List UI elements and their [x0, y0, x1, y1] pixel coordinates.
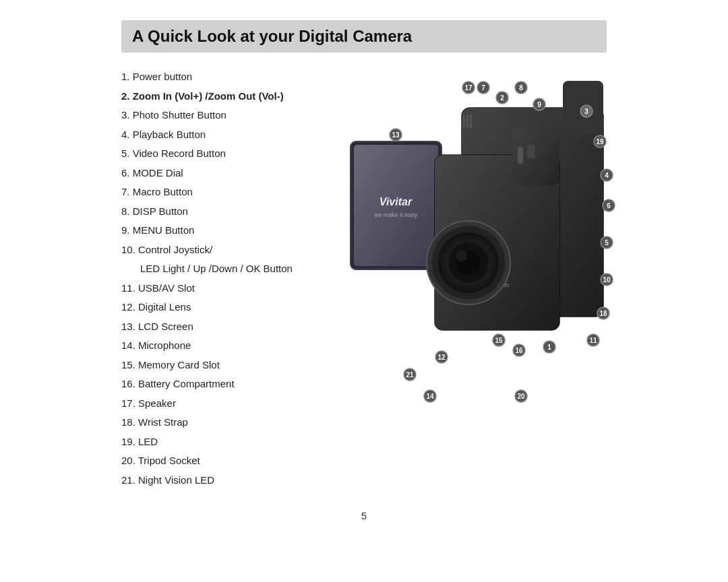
svg-text:18: 18: [599, 310, 607, 317]
svg-text:20: 20: [517, 393, 525, 400]
svg-point-59: [456, 251, 467, 261]
svg-text:we make it easy: we make it easy: [373, 212, 418, 218]
svg-text:1: 1: [547, 344, 551, 351]
svg-text:14: 14: [426, 393, 434, 400]
list-item: 10. Control Joystick/: [121, 240, 330, 260]
svg-text:7: 7: [481, 84, 485, 92]
svg-text:19: 19: [596, 138, 604, 146]
list-item: 17. Speaker: [121, 394, 330, 414]
svg-rect-71: [527, 145, 535, 158]
list-item: 9. MENU Button: [121, 221, 330, 240]
page-title: A Quick Look at your Digital Camera: [132, 27, 596, 46]
list-item: 5. Video Record Button: [121, 144, 330, 164]
list-item: 1. Power button: [121, 67, 330, 87]
svg-text:6: 6: [607, 202, 611, 209]
svg-text:8: 8: [519, 84, 523, 92]
svg-text:12: 12: [437, 354, 446, 361]
camera-illustration: 2 7 8 17: [330, 67, 620, 418]
svg-text:Vivitar: Vivitar: [380, 196, 413, 207]
list-item: 13. LCD Screen: [121, 317, 330, 337]
list-item: 3. Photo Shutter Button: [121, 106, 330, 125]
svg-text:21: 21: [406, 371, 414, 379]
list-item: 19. LED: [121, 432, 330, 452]
title-bar: A Quick Look at your Digital Camera: [121, 20, 607, 53]
svg-rect-70: [518, 147, 523, 164]
svg-text:9: 9: [537, 101, 541, 108]
list-item: 4. Playback Button: [121, 125, 330, 145]
list-item: 12. Digital Lens: [121, 298, 330, 317]
list-item: 14. Microphone: [121, 336, 330, 356]
list-item: 15. Memory Card Slot: [121, 356, 330, 375]
item-list: 1. Power button2. Zoom In (Vol+) /Zoom O…: [121, 67, 330, 490]
svg-rect-11: [463, 115, 465, 128]
svg-text:5: 5: [605, 239, 609, 247]
svg-text:13: 13: [392, 131, 400, 139]
svg-text:17: 17: [464, 84, 473, 92]
svg-text:2: 2: [500, 94, 504, 102]
list-item: 6. MODE Dial: [121, 164, 330, 183]
svg-text:11: 11: [589, 337, 597, 344]
list-item: 8. DISP Button: [121, 202, 330, 222]
list-item: 18. Wrist Strap: [121, 413, 330, 432]
svg-rect-13: [470, 115, 472, 128]
svg-text:4: 4: [605, 172, 609, 179]
list-item: 7. Macro Button: [121, 183, 330, 202]
svg-text:3: 3: [584, 108, 588, 115]
list-item: 21. Night Vision LED: [121, 471, 330, 490]
svg-text:15: 15: [495, 337, 503, 344]
list-item: 11. USB/AV Slot: [121, 279, 330, 298]
content-area: 1. Power button2. Zoom In (Vol+) /Zoom O…: [121, 67, 607, 490]
page-number: 5: [121, 510, 607, 521]
svg-text:10: 10: [603, 276, 611, 284]
list-item: 16. Battery Compartment: [121, 375, 330, 394]
svg-text:16: 16: [515, 347, 523, 354]
list-item: 2. Zoom In (Vol+) /Zoom Out (Vol-): [121, 87, 330, 106]
list-item: 20. Tripod Socket: [121, 451, 330, 471]
page-container: A Quick Look at your Digital Camera 1. P…: [108, 0, 620, 535]
svg-rect-12: [466, 115, 468, 128]
camera-diagram: 2 7 8 17: [330, 67, 620, 490]
list-item: LED Light / Up /Down / OK Button: [140, 259, 330, 279]
